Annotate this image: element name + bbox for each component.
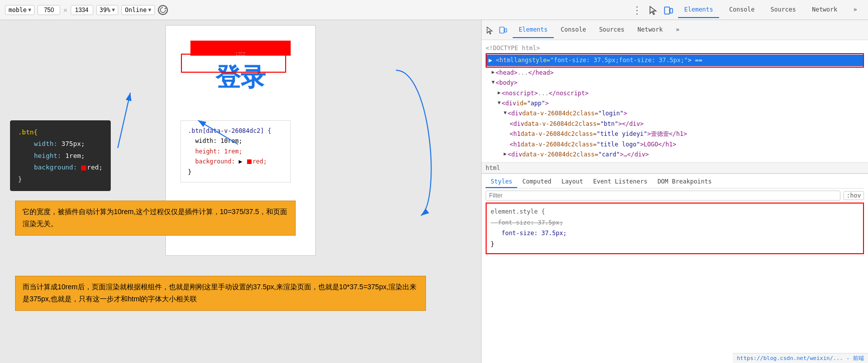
dt-tab-elements[interactable]: Elements — [513, 22, 554, 38]
es-close-line: } — [491, 239, 859, 250]
device-mode-icon[interactable] — [663, 5, 674, 16]
app-triangle: ▼ — [498, 98, 501, 107]
head-close-tag: </head> — [528, 68, 554, 78]
annotation-box-1: 它的宽度，被插件自动计算为10rem,这个过程仅仅是插件计算，10=375/37… — [15, 201, 296, 236]
tree-body[interactable]: ▼ <body> — [486, 78, 864, 88]
noscript-ellipsis: ... — [538, 88, 549, 98]
head-tag: <head> — [496, 68, 517, 78]
app-tag: <div — [502, 98, 516, 108]
hov-badge[interactable]: :hov — [843, 191, 864, 200]
btn-class-attr: class= — [578, 119, 600, 129]
dt-tab-network[interactable]: Network — [631, 22, 669, 38]
url-text: https://blog.csdn.net/weixin/... - 前端 — [737, 355, 864, 361]
main-container: LOGO 登录 提交 .btn{ width: 375px; height: 1… — [0, 20, 868, 363]
html-style-attr: style= — [528, 55, 550, 65]
svg-marker-0 — [164, 8, 166, 9]
tree-head[interactable]: ▶ <head> ... </head> — [486, 68, 864, 78]
tree-card-div[interactable]: ▶ <div data-v-26084dc2 class= "card" >…<… — [486, 149, 864, 159]
html-lang-attr: lang — [514, 55, 529, 65]
tree-btn-div[interactable]: <div data-v-26084dc2 class= "btn" ></div… — [486, 119, 864, 129]
rotate-icon[interactable] — [158, 5, 168, 15]
device-select[interactable]: moble ▼ — [5, 5, 35, 15]
style-tab-event-listeners[interactable]: Event Listeners — [588, 176, 653, 188]
html-close: > == — [688, 55, 702, 65]
dt-tab-console[interactable]: Console — [555, 22, 592, 38]
head-ellipsis: ... — [517, 68, 528, 78]
h1-logo-tag: <h1 — [510, 139, 521, 149]
tab-elements[interactable]: Elements — [678, 2, 719, 18]
online-chevron-icon: ▼ — [148, 7, 151, 13]
dt-tab-sources[interactable]: Sources — [593, 22, 630, 38]
device-label: moble — [9, 7, 27, 14]
tree-noscript[interactable]: ▶ <noscript> ... </noscript> — [486, 88, 864, 98]
btn-class-val: "btn" — [600, 119, 618, 129]
es-font-size-strike: font-size: 37.5px; — [491, 219, 563, 226]
doctype-text: <!DOCTYPE html> — [486, 43, 540, 53]
tree-login-div[interactable]: ▼ <div data-v-26084dc2 class= "login" > — [486, 108, 864, 118]
breadcrumb-bar: html — [482, 162, 868, 173]
html-tree: <!DOCTYPE html> ▶ <html lang style= "fon… — [482, 40, 868, 162]
dt-tab-more-btn[interactable]: » — [670, 22, 686, 38]
tab-sources[interactable]: Sources — [765, 2, 802, 18]
style-tab-computed[interactable]: Computed — [517, 176, 556, 188]
body-triangle: ▼ — [492, 78, 495, 86]
h1-logo-class-val: "title logo" — [596, 139, 640, 149]
compiled-height: height: 1rem; — [188, 148, 242, 155]
es-selector-line: element.style { — [491, 207, 859, 218]
html-tag-open: ▶ — [489, 55, 496, 65]
svg-rect-8 — [505, 29, 507, 32]
btn-datav-attr: data-v-26084dc2 — [524, 119, 578, 129]
logo-label: LOGO — [236, 52, 245, 57]
app-id-val: "app" — [527, 98, 545, 108]
height-input[interactable] — [71, 5, 93, 15]
login-close: > — [623, 108, 627, 118]
es-font-size — [491, 230, 498, 237]
btn-selfclose: ></div> — [618, 119, 644, 129]
btn-bg-prop: background: red; — [18, 163, 103, 171]
x-divider: × — [63, 6, 67, 14]
tree-h1-yideyi[interactable]: <h1 data-v-26084dc2 class= "title yideyi… — [486, 129, 864, 139]
app-id-attr: id= — [516, 98, 527, 108]
width-input[interactable] — [38, 5, 60, 15]
html-tag-name: <html — [496, 55, 514, 65]
style-tab-dom-breakpoints[interactable]: DOM Breakpoints — [653, 176, 717, 188]
tree-app-div[interactable]: ▼ <div id= "app" > — [486, 98, 864, 108]
selected-html-line[interactable]: ▶ <html lang style= "font-size: 37.5px;f… — [487, 55, 863, 66]
h1-logo-class-attr: class= — [575, 139, 596, 149]
zoom-label: 39% — [100, 7, 111, 14]
preview-red-button: LOGO — [190, 41, 291, 56]
annotation-1-text: 它的宽度，被插件自动计算为10rem,这个过程仅仅是插件计算，10=375/37… — [23, 208, 287, 228]
tab-network[interactable]: Network — [806, 2, 843, 18]
es-font-size-val: font-size: 37.5px; — [502, 230, 567, 237]
inspect-dt-icon[interactable] — [486, 26, 495, 35]
css-compiled-panel: .btn[data-v-26084dc2] { width: 10rem; he… — [180, 120, 291, 183]
style-tab-layout[interactable]: Layout — [556, 176, 588, 188]
tab-console[interactable]: Console — [723, 2, 761, 18]
tab-more[interactable]: » — [847, 2, 863, 18]
style-tab-styles[interactable]: Styles — [486, 176, 517, 188]
zoom-select[interactable]: 39% ▼ — [96, 5, 119, 15]
btn-selector: .btn{ — [18, 128, 38, 136]
login-class-val: "login" — [598, 108, 624, 118]
annotation-box-2: 而当计算成10rem后，页面渲染就根据根组件，也就是刚刚这里手动设置的37.5p… — [15, 276, 426, 311]
tree-h1-logo[interactable]: <h1 data-v-26084dc2 class= "title logo" … — [486, 139, 864, 149]
device-dt-icon[interactable] — [499, 26, 508, 35]
svg-rect-1 — [665, 7, 670, 14]
styles-tabs: Styles Computed Layout Event Listeners D… — [486, 176, 864, 189]
compiled-bg: background: ▶ red; — [188, 158, 267, 165]
browser-panel: LOGO 登录 提交 .btn{ width: 375px; height: 1… — [0, 20, 481, 363]
filter-row: :hov — [486, 191, 864, 201]
inspect-icon[interactable] — [648, 5, 659, 16]
body-tag: <body> — [496, 78, 517, 88]
filter-input[interactable] — [486, 191, 840, 201]
html-style-val: "font-size: 37.5px;font-size: 37.5px;" — [550, 55, 688, 65]
dots-menu[interactable]: ⋮ — [630, 4, 644, 16]
h1-yideyi-close: >壹德壹</h1> — [647, 129, 687, 139]
svg-line-5 — [118, 93, 130, 148]
url-bar: https://blog.csdn.net/weixin/... - 前端 — [733, 353, 868, 363]
btn-height-prop: height: 1rem; — [18, 152, 85, 159]
online-select[interactable]: Online ▼ — [121, 5, 154, 15]
login-triangle: ▼ — [504, 108, 507, 117]
selected-html-line-wrapper: ▶ <html lang style= "font-size: 37.5px;f… — [486, 53, 864, 67]
btn-tooltip: .btn{ width: 375px; height: 1rem; backgr… — [10, 120, 111, 191]
